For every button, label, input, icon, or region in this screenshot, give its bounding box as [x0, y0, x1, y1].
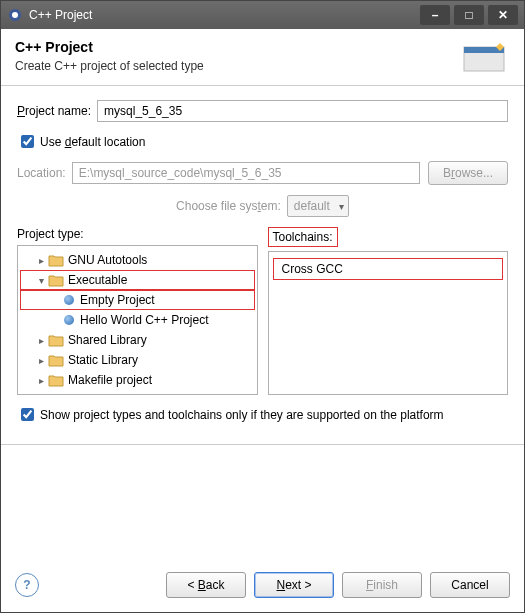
expand-icon[interactable]: ▾ [34, 275, 48, 286]
page-subtitle: Create C++ project of selected type [15, 59, 454, 73]
supported-only-label: Show project types and toolchains only i… [40, 408, 444, 422]
finish-button: Finish [342, 572, 422, 598]
file-system-label: Choose file system: [176, 199, 281, 213]
tree-folder[interactable]: ▸Shared Library [20, 330, 255, 350]
tree-item-label: Hello World C++ Project [80, 313, 209, 327]
project-type-label: Project type: [17, 227, 258, 241]
wizard-icon [462, 39, 510, 75]
location-label: Location: [17, 166, 66, 180]
tree-folder[interactable]: ▾Executable [20, 270, 255, 290]
bullet-icon [64, 295, 74, 305]
expand-icon[interactable]: ▸ [34, 375, 48, 386]
project-name-input[interactable] [97, 100, 508, 122]
folder-icon [48, 373, 64, 387]
toolchains-label: Toolchains: [268, 227, 338, 247]
toolchain-item[interactable]: Cross GCC [273, 258, 504, 280]
tree-item-label: GNU Autotools [68, 253, 147, 267]
titlebar: C++ Project [1, 1, 524, 29]
wizard-banner: C++ Project Create C++ project of select… [1, 29, 524, 86]
page-title: C++ Project [15, 39, 454, 55]
project-name-label: Project name: [17, 104, 91, 118]
tree-folder[interactable]: ▸GNU Autotools [20, 250, 255, 270]
tree-leaf[interactable]: Empty Project [20, 290, 255, 310]
back-button[interactable]: < Back [166, 572, 246, 598]
help-icon[interactable]: ? [15, 573, 39, 597]
folder-icon [48, 333, 64, 347]
bullet-icon [64, 315, 74, 325]
close-button[interactable] [488, 5, 518, 25]
tree-folder[interactable]: ▸Static Library [20, 350, 255, 370]
expand-icon[interactable]: ▸ [34, 255, 48, 266]
tree-leaf[interactable]: Hello World C++ Project [20, 310, 255, 330]
project-type-tree[interactable]: ▸GNU Autotools▾ExecutableEmpty ProjectHe… [17, 245, 258, 395]
tree-item-label: Makefile project [68, 373, 152, 387]
use-default-location-label: Use default location [40, 135, 145, 149]
maximize-button[interactable] [454, 5, 484, 25]
next-button[interactable]: Next > [254, 572, 334, 598]
tree-item-label: Shared Library [68, 333, 147, 347]
use-default-location-checkbox[interactable] [21, 135, 34, 148]
divider [1, 444, 524, 445]
folder-icon [48, 273, 64, 287]
expand-icon[interactable]: ▸ [34, 335, 48, 346]
browse-button: Browse... [428, 161, 508, 185]
folder-icon [48, 253, 64, 267]
cancel-button[interactable]: Cancel [430, 572, 510, 598]
supported-only-checkbox[interactable] [21, 408, 34, 421]
file-system-select: default [287, 195, 349, 217]
folder-icon [48, 353, 64, 367]
window-title: C++ Project [29, 8, 420, 22]
app-icon [7, 7, 23, 23]
tree-item-label: Executable [68, 273, 127, 287]
tree-folder[interactable]: ▸Makefile project [20, 370, 255, 390]
minimize-button[interactable] [420, 5, 450, 25]
tree-item-label: Static Library [68, 353, 138, 367]
toolchains-list[interactable]: Cross GCC [268, 251, 509, 395]
location-input [72, 162, 420, 184]
svg-point-1 [12, 12, 18, 18]
tree-item-label: Empty Project [80, 293, 155, 307]
expand-icon[interactable]: ▸ [34, 355, 48, 366]
